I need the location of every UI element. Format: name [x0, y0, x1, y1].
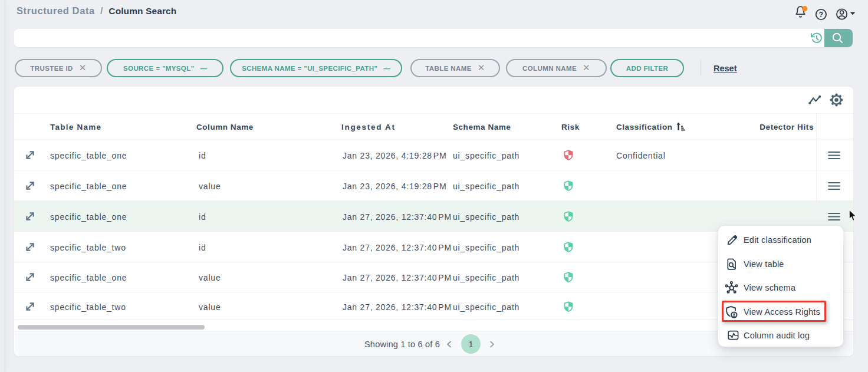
svg-text:?: ? [819, 11, 824, 19]
